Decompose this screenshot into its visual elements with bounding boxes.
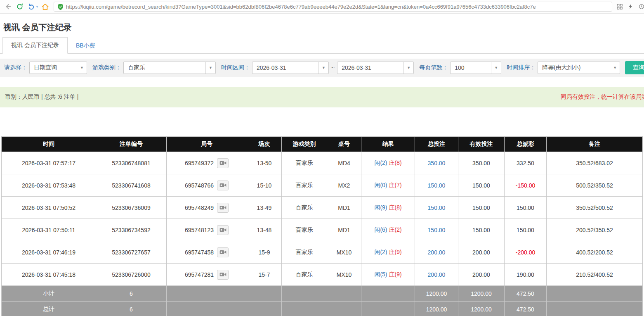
table-row: 2026-03-31 07:50:11 523306734592 6957481…: [2, 219, 643, 241]
cell-remark: 400.52/200.52: [547, 241, 643, 264]
cell-valid-bet: 200.00: [458, 241, 505, 264]
cell-total-bet: 150.00: [415, 219, 458, 241]
empty-cell: [361, 286, 415, 302]
empty-cell: [547, 302, 643, 316]
empty-cell: [547, 286, 643, 302]
video-replay-button[interactable]: [217, 181, 229, 190]
query-type-select[interactable]: 日期查询 ▼: [29, 62, 87, 74]
total-bet-link[interactable]: 200.00: [428, 271, 446, 278]
cell-session: 15-9: [247, 241, 282, 264]
search-button[interactable]: 查询: [625, 61, 644, 74]
tab-bet-records[interactable]: 视讯 会员下注纪录: [2, 37, 68, 54]
page-size-label: 每页笔数：: [419, 64, 448, 71]
video-replay-button[interactable]: [217, 247, 229, 257]
cell-result: 闲(9)庄(8): [361, 197, 415, 219]
cell-total-bet: 150.00: [415, 197, 458, 219]
cell-session: 13-49: [247, 197, 282, 219]
video-camera-icon: [219, 183, 226, 188]
cell-total-bet: 350.00: [415, 152, 458, 174]
page-size-value: 100: [451, 64, 491, 71]
home-button[interactable]: [40, 1, 51, 12]
tab-bar: 视讯 会员下注纪录 BB小费: [0, 37, 644, 54]
cell-payout: 332.50: [505, 152, 547, 174]
result-banker: 庄(7): [389, 182, 402, 188]
cell-time: 2026-03-31 07:46:19: [2, 241, 96, 264]
cell-payout: -150.00: [505, 174, 547, 197]
cell-bet-id: 523306736009: [96, 197, 167, 219]
partial-toolbar-icon[interactable]: [638, 3, 644, 10]
total-bet-link[interactable]: 350.00: [428, 160, 446, 166]
cell-bet-id: 523306741608: [96, 174, 167, 197]
video-camera-icon: [219, 205, 226, 210]
subtotal-row: 小计 6 1200.00 1200.00 472.50: [2, 286, 643, 302]
cell-payout: 190.00: [505, 264, 547, 286]
empty-cell: [327, 286, 361, 302]
currency-summary-text: 币别：人民币 | 总共 :6 注单 |: [5, 93, 78, 101]
page-size-select[interactable]: 100 ▼: [450, 62, 501, 74]
total-bet-link[interactable]: 150.00: [428, 227, 446, 233]
cell-table-no: MD1: [327, 219, 361, 241]
table-row: 2026-03-31 07:45:18 523306726000 6957472…: [2, 264, 643, 286]
subtotal-valid-bet: 1200.00: [458, 286, 505, 302]
result-player: 闲(2): [374, 249, 387, 255]
cell-valid-bet: 200.00: [458, 264, 505, 286]
round-number: 695748766: [185, 182, 214, 189]
cell-session: 13-48: [247, 219, 282, 241]
cell-table-no: MX10: [327, 241, 361, 264]
total-label: 总计: [2, 302, 96, 316]
cell-result: 闲(6)庄(2): [361, 219, 415, 241]
subtotal-total-bet: 1200.00: [415, 286, 458, 302]
query-type-value: 日期查询: [30, 64, 77, 71]
apps-grid-icon[interactable]: [616, 3, 623, 10]
cell-valid-bet: 150.00: [458, 197, 505, 219]
col-header-bet-id: 注单编号: [96, 137, 167, 152]
col-header-payout: 总派彩: [505, 137, 547, 152]
col-header-game-type: 游戏类别: [282, 137, 327, 152]
chevron-down-icon: ▼: [403, 62, 413, 74]
video-replay-button[interactable]: [217, 158, 229, 168]
video-replay-button[interactable]: [217, 270, 229, 280]
cell-valid-bet: 350.00: [458, 152, 505, 174]
col-header-result: 结果: [361, 137, 415, 152]
valid-bet-notice-text: 同局有效投注，统一计算在该局第: [561, 93, 644, 101]
game-type-select[interactable]: 百家乐 ▼: [123, 62, 216, 74]
table-row: 2026-03-31 07:50:52 523306736009 6957482…: [2, 197, 643, 219]
lightning-icon[interactable]: [628, 3, 633, 10]
col-header-remark: 备注: [547, 137, 643, 152]
cell-game-type: 百家乐: [282, 241, 327, 264]
table-row: 2026-03-31 07:46:19 523306727657 6957474…: [2, 241, 643, 264]
col-header-table-no: 桌号: [327, 137, 361, 152]
total-bet-link[interactable]: 150.00: [428, 204, 446, 211]
result-player: 闲(2): [374, 159, 387, 166]
undo-dropdown-caret[interactable]: ▼: [35, 5, 39, 9]
empty-cell: [282, 286, 327, 302]
total-valid-bet: 1200.00: [458, 302, 505, 316]
query-type-label: 请选择：: [4, 64, 27, 71]
cell-remark: 500.52/350.52: [547, 174, 643, 197]
video-camera-icon: [219, 272, 226, 277]
tab-bb-tip[interactable]: BB小费: [68, 38, 104, 54]
subtotal-count: 6: [96, 286, 167, 302]
cell-round: 695747458: [167, 241, 247, 264]
address-bar[interactable]: https://kiqiiu.com/game/betrecord_search…: [54, 2, 612, 12]
cell-result: 闲(0)庄(7): [361, 174, 415, 197]
round-number: 695748123: [185, 227, 214, 233]
cell-remark: 210.52/400.52: [547, 264, 643, 286]
cell-round: 695748123: [167, 219, 247, 241]
cell-payout: 150.00: [505, 219, 547, 241]
sort-order-label: 时间排序：: [507, 64, 535, 71]
date-to-select[interactable]: 2026-03-31 ▼: [337, 62, 414, 74]
total-bet-link[interactable]: 150.00: [428, 182, 446, 189]
video-replay-button[interactable]: [217, 203, 229, 213]
empty-cell: [167, 302, 247, 316]
game-type-label: 游戏类别：: [92, 64, 121, 71]
back-button[interactable]: [2, 1, 14, 12]
empty-cell: [282, 302, 327, 316]
result-player: 闲(5): [374, 271, 387, 278]
video-replay-button[interactable]: [217, 225, 229, 235]
refresh-button[interactable]: [14, 1, 26, 12]
total-bet-link[interactable]: 200.00: [428, 249, 446, 256]
browser-toolbar-icons: [616, 3, 644, 10]
sort-order-select[interactable]: 降幂(由大到小) ▼: [538, 62, 620, 74]
date-from-select[interactable]: 2026-03-31 ▼: [252, 62, 329, 74]
